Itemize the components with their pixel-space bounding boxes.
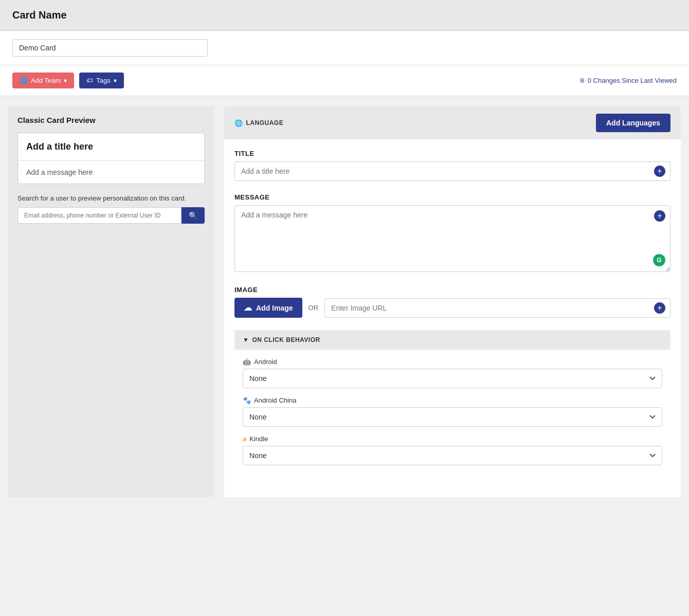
grammarly-icon: G — [653, 254, 665, 266]
message-textarea-wrap: + G — [234, 205, 670, 274]
platform-android-china: Android China None Open App Open URL Dee… — [243, 396, 662, 427]
message-plus-icon[interactable]: + — [654, 210, 665, 222]
search-icon: 🔍 — [189, 211, 197, 220]
cloud-upload-icon — [244, 303, 252, 313]
personalization-label: Search for a user to preview personaliza… — [17, 194, 205, 202]
kindle-label: Kindle — [243, 435, 662, 443]
platform-android: Android None Open App Open URL Deep Link — [243, 358, 662, 388]
message-textarea[interactable] — [234, 205, 670, 272]
card-preview-title: Add a title here — [18, 133, 204, 161]
android-china-label: Android China — [243, 396, 662, 404]
title-input-row: + — [234, 161, 670, 181]
image-url-plus-icon[interactable]: + — [654, 302, 665, 314]
on-click-behavior-section: ▼ ON CLICK BEHAVIOR Android None Open Ap… — [234, 330, 670, 482]
image-field-label: IMAGE — [234, 286, 670, 294]
card-preview-message: Add a message here — [18, 161, 204, 184]
image-section: IMAGE Add Image OR + — [234, 286, 670, 318]
page-title: Card Name — [12, 9, 677, 21]
android-label: Android — [243, 358, 662, 366]
left-panel-title: Classic Card Preview — [17, 116, 205, 124]
on-click-body: Android None Open App Open URL Deep Link — [234, 350, 670, 482]
android-china-select[interactable]: None Open App Open URL Deep Link — [243, 407, 662, 427]
chevron-down-icon — [64, 77, 67, 84]
changes-since-viewed: 0 Changes Since Last Viewed — [579, 76, 677, 85]
chevron-down-icon-tags — [114, 77, 117, 84]
paw-icon — [243, 396, 251, 404]
card-preview: Add a title here Add a message here — [17, 133, 205, 184]
add-languages-button[interactable]: Add Languages — [596, 114, 670, 132]
add-team-label: Add Team — [31, 77, 61, 84]
image-row: Add Image OR + — [234, 298, 670, 318]
tags-button[interactable]: Tags — [79, 73, 123, 88]
message-field-label: MESSAGE — [234, 193, 670, 201]
add-image-button[interactable]: Add Image — [234, 298, 302, 318]
title-section: TITLE + — [234, 150, 670, 181]
add-team-button[interactable]: Add Team — [12, 73, 74, 88]
add-image-label: Add Image — [256, 304, 293, 312]
or-label: OR — [309, 304, 319, 312]
language-header: LANGUAGE Add Languages — [224, 106, 681, 139]
changes-text: 0 Changes Since Last Viewed — [588, 77, 677, 84]
android-icon — [243, 358, 251, 366]
right-content: TITLE + MESSAGE + G IMAGE — [224, 139, 681, 492]
on-click-behavior-header[interactable]: ▼ ON CLICK BEHAVIOR — [234, 330, 670, 350]
main-content: Classic Card Preview Add a title here Ad… — [0, 96, 689, 508]
kindle-icon — [243, 435, 246, 443]
tags-label: Tags — [96, 77, 110, 84]
android-select[interactable]: None Open App Open URL Deep Link — [243, 369, 662, 388]
left-panel: Classic Card Preview Add a title here Ad… — [8, 106, 214, 497]
image-url-input[interactable] — [324, 298, 670, 318]
on-click-label: ON CLICK BEHAVIOR — [252, 336, 320, 343]
search-button[interactable]: 🔍 — [182, 207, 205, 224]
message-section: MESSAGE + G — [234, 193, 670, 274]
toolbar: Add Team Tags 0 Changes Since Last Viewe… — [0, 65, 689, 96]
kindle-select[interactable]: None Open App Open URL Deep Link — [243, 446, 662, 465]
top-header: Card Name — [0, 0, 689, 31]
toolbar-left: Add Team Tags — [12, 73, 124, 88]
title-field-label: TITLE — [234, 150, 670, 157]
language-globe-icon — [234, 119, 243, 127]
card-name-section — [0, 31, 689, 65]
chevron-icon: ▼ — [243, 336, 249, 343]
image-url-wrap: + — [324, 298, 670, 318]
title-plus-icon[interactable]: + — [654, 166, 665, 177]
search-input[interactable] — [17, 207, 182, 224]
card-name-input[interactable] — [12, 39, 208, 57]
list-icon — [579, 76, 584, 85]
language-label: LANGUAGE — [234, 119, 283, 127]
right-panel: LANGUAGE Add Languages TITLE + MESSAGE +… — [224, 106, 681, 497]
platform-kindle: Kindle None Open App Open URL Deep Link — [243, 435, 662, 465]
globe-icon — [20, 77, 28, 84]
title-input[interactable] — [234, 161, 670, 181]
search-row: 🔍 — [17, 207, 205, 224]
tag-icon — [86, 77, 93, 84]
